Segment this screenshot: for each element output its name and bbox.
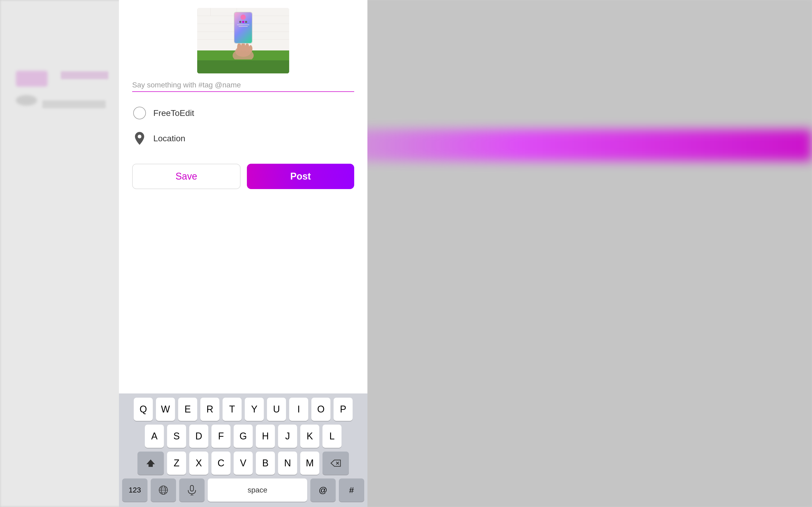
key-l[interactable]: L [322,425,342,448]
bg-left-item1 [16,71,48,87]
hand-svg [229,41,258,59]
phone-device [229,12,258,59]
keyboard: Q W E R T Y U I O P A S D F G H J K L [119,393,367,507]
key-space[interactable]: space [208,478,307,502]
dot2 [242,21,244,23]
key-y[interactable]: Y [245,398,264,421]
key-x[interactable]: X [189,452,208,475]
svg-point-15 [249,45,252,53]
key-m[interactable]: M [300,452,319,475]
key-p[interactable]: P [334,398,353,421]
mini-phone-screen [235,12,252,43]
buttons-area: Save Post [127,164,359,189]
key-q[interactable]: Q [134,398,153,421]
key-globe[interactable] [151,478,176,502]
key-v[interactable]: V [234,452,253,475]
shift-key[interactable] [138,452,164,475]
key-r[interactable]: R [200,398,219,421]
freetoedit-icon [132,106,147,120]
mic-icon [187,485,197,495]
key-o[interactable]: O [311,398,331,421]
svg-marker-17 [146,459,155,467]
key-z[interactable]: Z [167,452,186,475]
location-label: Location [153,133,185,144]
mini-phone [234,12,252,44]
location-icon-wrapper [132,131,147,146]
key-a[interactable]: A [145,425,164,448]
svg-rect-25 [190,485,194,491]
save-label: Save [175,171,197,182]
svg-point-12 [237,43,241,52]
options-area: FreeToEdit Location [127,100,359,151]
key-i[interactable]: I [289,398,308,421]
bg-left-item2 [16,95,37,106]
key-123[interactable]: 123 [122,478,148,502]
mini-line2 [239,26,248,27]
key-b[interactable]: B [256,452,275,475]
mini-profile-pic [241,14,246,20]
location-option[interactable]: Location [132,126,354,151]
dot1 [239,21,241,23]
caption-area [127,81,359,92]
keyboard-row-2: A S D F G H J K L [122,425,364,448]
key-g[interactable]: G [234,425,253,448]
post-button[interactable]: Post [247,164,354,189]
key-u[interactable]: U [267,398,286,421]
freetoedit-option[interactable]: FreeToEdit [132,100,354,126]
bg-left-item4 [61,71,108,79]
key-at[interactable]: @ [310,478,336,502]
backspace-icon [331,459,341,467]
key-t[interactable]: T [222,398,242,421]
key-h[interactable]: H [256,425,275,448]
image-thumbnail [197,8,289,73]
phone-ui: FreeToEdit Location Save Post Q W E [119,0,367,507]
svg-point-16 [138,135,141,138]
key-f[interactable]: F [211,425,231,448]
globe-icon [158,485,169,495]
post-label: Post [290,171,311,182]
mini-line1 [237,24,249,25]
key-d[interactable]: D [189,425,208,448]
backspace-key[interactable] [322,452,349,475]
keyboard-row-3: Z X C V B N M [122,452,364,475]
save-button[interactable]: Save [132,164,241,189]
key-e[interactable]: E [178,398,197,421]
location-pin-icon [134,131,146,145]
key-n[interactable]: N [278,452,297,475]
svg-rect-9 [197,60,289,73]
bg-left-item3 [42,100,106,108]
photo-preview [197,8,289,73]
key-k[interactable]: K [300,425,319,448]
mini-nav-dots [239,21,247,23]
svg-point-14 [245,43,249,52]
dot3 [245,21,247,23]
key-mic[interactable] [179,478,205,502]
key-s[interactable]: S [167,425,186,448]
key-c[interactable]: C [211,452,231,475]
freetoedit-label: FreeToEdit [153,108,194,118]
key-j[interactable]: J [278,425,297,448]
keyboard-bottom-row: 123 space @ # [122,478,364,507]
key-w[interactable]: W [156,398,175,421]
caption-input[interactable] [132,81,354,92]
key-hash[interactable]: # [339,478,364,502]
circle-icon [133,107,146,119]
shift-icon [146,458,155,468]
keyboard-row-1: Q W E R T Y U I O P [122,398,364,421]
